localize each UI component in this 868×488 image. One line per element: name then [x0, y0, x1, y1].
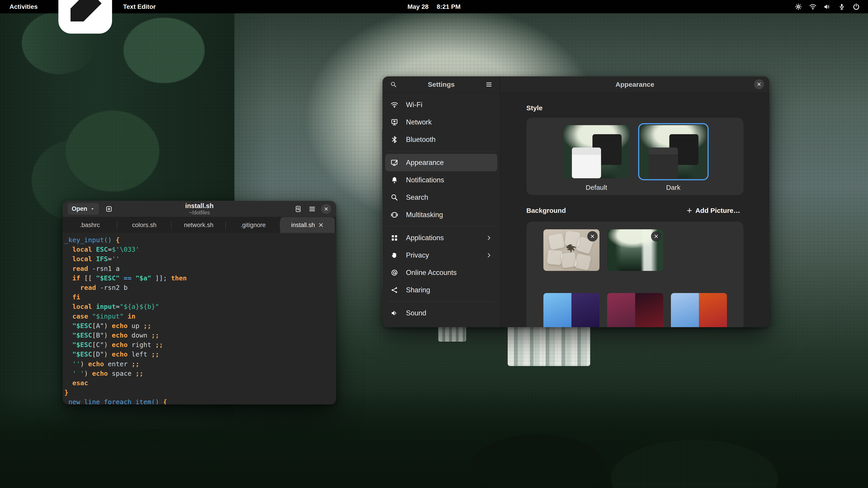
settings-menu-button[interactable] [485, 80, 493, 89]
wifi-icon [390, 101, 399, 109]
sidebar-item-bluetooth[interactable]: Bluetooth [385, 131, 497, 148]
dragon-logo [563, 241, 579, 257]
settings-window: Settings Wi-FiNetworkBluetoothAppearance… [382, 76, 770, 327]
editor-tab-install.sh[interactable]: install.sh [280, 217, 335, 233]
waves-red-dark[interactable] [607, 293, 663, 327]
menu-icon [485, 81, 493, 88]
new-tab-button[interactable] [104, 204, 114, 214]
clock-button[interactable]: May 28 8:21 PM [407, 3, 460, 10]
editor-tab-gitignore[interactable]: .gitignore [226, 217, 280, 233]
wallpaper-dark-half [571, 293, 599, 327]
sidebar-item-label: Bluetooth [406, 135, 436, 144]
code-line: "$ESC[D") echo left ;; [64, 350, 334, 359]
night-light-icon [794, 3, 802, 11]
document-title: install.sh ~/dotfiles [185, 202, 214, 216]
document-name: install.sh [185, 202, 214, 210]
microphone-icon [838, 3, 846, 11]
appearance-icon [390, 158, 399, 167]
sidebar-item-privacy[interactable]: Privacy [385, 247, 497, 264]
tab-label: .bashrc [80, 222, 100, 229]
style-preview-dark[interactable] [640, 125, 707, 178]
editor-close-button[interactable] [321, 204, 331, 214]
code-line: local ESC=$'\033' [64, 245, 334, 254]
code-line: local input="${a}${b}" [64, 302, 334, 311]
code-line: read -rsn1 a [64, 264, 334, 273]
power-gauge-icon [390, 326, 399, 327]
drips-blue-orange[interactable] [671, 293, 727, 327]
wifi-status-icon [809, 3, 817, 11]
tiles-dragon-wallpaper[interactable] [544, 229, 599, 271]
remove-background-button[interactable] [587, 231, 598, 241]
volume-icon [823, 3, 831, 11]
sidebar-item-label: Notifications [406, 176, 444, 184]
sidebar-item-notifications[interactable]: Notifications [385, 171, 497, 189]
clock-date: May 28 [407, 3, 428, 10]
new-tab-icon [105, 205, 113, 213]
forest-waterfall-wallpaper[interactable] [607, 229, 663, 271]
editor-tab-bashrc[interactable]: .bashrc [63, 217, 117, 233]
code-line: esac [64, 378, 334, 388]
panel-title: Appearance [616, 80, 654, 88]
remove-background-button[interactable] [651, 231, 661, 241]
settings-close-button[interactable] [754, 79, 764, 89]
chevron-right-icon [486, 234, 492, 241]
geometry-blue-purple[interactable] [544, 293, 599, 327]
sidebar-item-label: Power [406, 326, 426, 327]
editor-tab-colors.sh[interactable]: colors.sh [117, 217, 172, 233]
close-icon [324, 206, 329, 212]
hand-icon [390, 251, 399, 260]
sidebar-item-appearance[interactable]: Appearance [385, 154, 497, 171]
preview-front-window [572, 148, 601, 178]
open-button-label: Open [72, 205, 87, 213]
sidebar-item-sharing[interactable]: Sharing [385, 281, 497, 299]
wallpaper-dark-half [699, 293, 727, 327]
code-line: case "$input" in [64, 312, 334, 321]
style-option-label: Default [563, 184, 630, 191]
sidebar-item-network[interactable]: Network [385, 113, 497, 131]
appearance-panel: Appearance Style DefaultDark Background … [500, 76, 770, 327]
code-line: _new_line_foreach_item() { [64, 397, 334, 404]
style-section-label: Style [526, 104, 743, 112]
sidebar-item-label: Privacy [406, 251, 429, 259]
activities-button[interactable]: Activities [9, 3, 38, 10]
sidebar-item-online-accounts[interactable]: Online Accounts [385, 264, 497, 281]
style-option-default[interactable]: Default [563, 125, 630, 191]
style-option-dark[interactable]: Dark [640, 125, 707, 191]
code-line: '') echo enter ;; [64, 359, 334, 369]
open-button[interactable]: Open [68, 203, 99, 215]
sidebar-item-search[interactable]: Search [385, 189, 497, 206]
wallpaper-light-half [607, 293, 635, 327]
caret-down-icon [90, 206, 95, 212]
document-preview-button[interactable] [293, 204, 303, 214]
tab-close-icon[interactable] [318, 222, 324, 228]
settings-title: Settings [398, 80, 485, 88]
top-bar: Activities Text Editor May 28 8:21 PM [0, 0, 868, 13]
add-picture-button[interactable]: Add Picture… [683, 204, 743, 217]
sidebar-divider [388, 301, 495, 302]
style-card: DefaultDark [526, 118, 743, 195]
text-editor-headerbar: Open install.sh ~/dotfiles [63, 201, 336, 217]
add-picture-label: Add Picture… [695, 207, 740, 215]
system-status-area[interactable] [794, 3, 868, 11]
sidebar-item-wi-fi[interactable]: Wi-Fi [385, 96, 497, 113]
tab-label: network.sh [184, 222, 214, 229]
code-line: } [64, 388, 334, 397]
code-editor-area[interactable]: _key_input() { local ESC=$'\033' local I… [63, 233, 336, 404]
code-line: ' ') echo space ;; [64, 369, 334, 378]
editor-tab-network.sh[interactable]: network.sh [172, 217, 226, 233]
style-preview-default[interactable] [563, 125, 630, 178]
settings-search-button[interactable] [389, 80, 398, 89]
search-icon [390, 193, 399, 202]
editor-menu-button[interactable] [307, 204, 317, 214]
sidebar-item-multitasking[interactable]: Multitasking [385, 206, 497, 223]
tab-label: .gitignore [241, 222, 266, 229]
sidebar-item-applications[interactable]: Applications [385, 229, 497, 247]
tab-label: install.sh [291, 222, 315, 229]
sidebar-item-sound[interactable]: Sound [385, 304, 497, 322]
sidebar-headerbar: Settings [382, 76, 500, 93]
text-editor-window: Open install.sh ~/dotfiles .bashrccolors… [63, 201, 336, 404]
sidebar-item-power[interactable]: Power [385, 322, 497, 327]
editor-tab-bar: .bashrccolors.shnetwork.sh.gitignoreinst… [63, 217, 336, 233]
focused-app-menu[interactable]: Text Editor [51, 0, 156, 41]
close-icon [756, 82, 762, 87]
